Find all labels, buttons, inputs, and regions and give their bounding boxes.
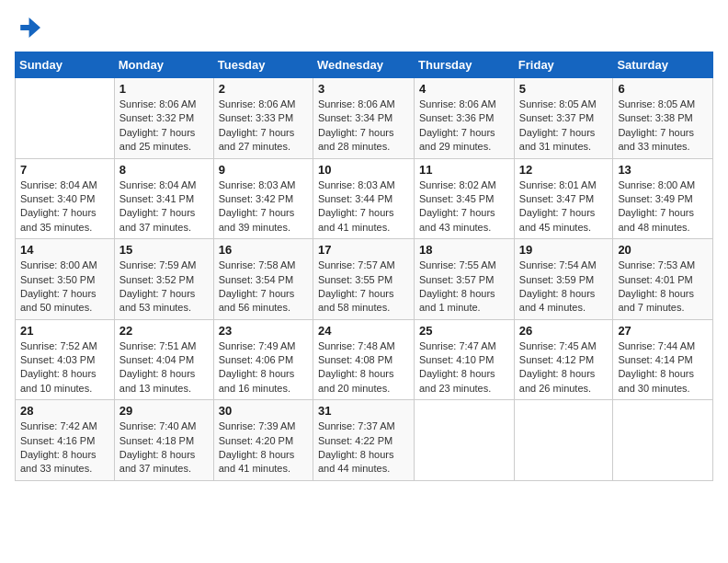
day-number: 2 bbox=[219, 82, 308, 96]
column-header-saturday: Saturday bbox=[613, 52, 713, 78]
day-number: 18 bbox=[419, 243, 509, 257]
day-number: 24 bbox=[318, 324, 409, 338]
day-number: 13 bbox=[618, 163, 708, 177]
day-number: 23 bbox=[219, 324, 308, 338]
day-number: 25 bbox=[419, 324, 509, 338]
column-header-tuesday: Tuesday bbox=[213, 52, 313, 78]
day-detail: Sunrise: 7:49 AM Sunset: 4:06 PM Dayligh… bbox=[219, 339, 308, 396]
day-detail: Sunrise: 8:06 AM Sunset: 3:32 PM Dayligh… bbox=[119, 98, 209, 155]
day-cell: 16Sunrise: 7:58 AM Sunset: 3:54 PM Dayli… bbox=[213, 239, 313, 320]
day-number: 1 bbox=[119, 82, 209, 96]
day-detail: Sunrise: 8:06 AM Sunset: 3:36 PM Dayligh… bbox=[419, 98, 509, 155]
day-cell: 9Sunrise: 8:03 AM Sunset: 3:42 PM Daylig… bbox=[213, 158, 313, 239]
day-detail: Sunrise: 7:52 AM Sunset: 4:03 PM Dayligh… bbox=[20, 339, 109, 396]
day-cell: 4Sunrise: 8:06 AM Sunset: 3:36 PM Daylig… bbox=[415, 78, 515, 159]
day-number: 14 bbox=[20, 243, 109, 257]
day-detail: Sunrise: 7:58 AM Sunset: 3:54 PM Dayligh… bbox=[219, 259, 308, 316]
day-cell bbox=[16, 78, 115, 159]
day-cell: 13Sunrise: 8:00 AM Sunset: 3:49 PM Dayli… bbox=[613, 158, 713, 239]
day-cell: 5Sunrise: 8:05 AM Sunset: 3:37 PM Daylig… bbox=[514, 78, 613, 159]
day-cell: 1Sunrise: 8:06 AM Sunset: 3:32 PM Daylig… bbox=[114, 78, 213, 159]
day-cell: 12Sunrise: 8:01 AM Sunset: 3:47 PM Dayli… bbox=[514, 158, 613, 239]
day-detail: Sunrise: 8:04 AM Sunset: 3:41 PM Dayligh… bbox=[119, 178, 209, 236]
day-detail: Sunrise: 8:01 AM Sunset: 3:47 PM Dayligh… bbox=[519, 178, 609, 236]
day-cell: 18Sunrise: 7:55 AM Sunset: 3:57 PM Dayli… bbox=[415, 239, 515, 320]
day-cell: 17Sunrise: 7:57 AM Sunset: 3:55 PM Dayli… bbox=[313, 239, 414, 320]
day-cell: 10Sunrise: 8:03 AM Sunset: 3:44 PM Dayli… bbox=[313, 158, 414, 239]
day-number: 17 bbox=[318, 243, 409, 257]
day-number: 7 bbox=[20, 163, 109, 177]
day-detail: Sunrise: 7:40 AM Sunset: 4:18 PM Dayligh… bbox=[119, 419, 209, 477]
week-row-5: 28Sunrise: 7:42 AM Sunset: 4:16 PM Dayli… bbox=[16, 400, 713, 481]
day-detail: Sunrise: 8:04 AM Sunset: 3:40 PM Dayligh… bbox=[20, 178, 109, 236]
day-detail: Sunrise: 8:02 AM Sunset: 3:45 PM Dayligh… bbox=[419, 178, 509, 236]
day-detail: Sunrise: 7:54 AM Sunset: 3:59 PM Dayligh… bbox=[519, 259, 609, 316]
day-detail: Sunrise: 7:39 AM Sunset: 4:20 PM Dayligh… bbox=[219, 419, 308, 477]
day-cell: 6Sunrise: 8:05 AM Sunset: 3:38 PM Daylig… bbox=[613, 78, 713, 159]
day-detail: Sunrise: 8:05 AM Sunset: 3:38 PM Dayligh… bbox=[618, 98, 708, 155]
day-number: 19 bbox=[519, 243, 609, 257]
column-header-sunday: Sunday bbox=[16, 52, 115, 78]
day-cell: 25Sunrise: 7:47 AM Sunset: 4:10 PM Dayli… bbox=[415, 319, 515, 400]
day-cell: 24Sunrise: 7:48 AM Sunset: 4:08 PM Dayli… bbox=[313, 319, 414, 400]
day-cell: 8Sunrise: 8:04 AM Sunset: 3:41 PM Daylig… bbox=[114, 158, 213, 239]
day-number: 3 bbox=[318, 82, 409, 96]
day-number: 31 bbox=[318, 404, 409, 418]
day-detail: Sunrise: 8:03 AM Sunset: 3:44 PM Dayligh… bbox=[318, 178, 409, 236]
page-header bbox=[15, 15, 713, 40]
day-number: 26 bbox=[519, 324, 609, 338]
day-detail: Sunrise: 7:53 AM Sunset: 4:01 PM Dayligh… bbox=[618, 259, 708, 316]
day-number: 11 bbox=[419, 163, 509, 177]
day-detail: Sunrise: 8:00 AM Sunset: 3:50 PM Dayligh… bbox=[20, 259, 109, 316]
calendar-header-row: SundayMondayTuesdayWednesdayThursdayFrid… bbox=[16, 52, 713, 78]
day-cell: 29Sunrise: 7:40 AM Sunset: 4:18 PM Dayli… bbox=[114, 400, 213, 481]
day-number: 4 bbox=[419, 82, 509, 96]
day-number: 22 bbox=[119, 324, 209, 338]
day-number: 9 bbox=[219, 163, 308, 177]
day-cell: 15Sunrise: 7:59 AM Sunset: 3:52 PM Dayli… bbox=[114, 239, 213, 320]
day-cell: 21Sunrise: 7:52 AM Sunset: 4:03 PM Dayli… bbox=[16, 319, 115, 400]
day-detail: Sunrise: 8:00 AM Sunset: 3:49 PM Dayligh… bbox=[618, 178, 708, 236]
day-cell: 22Sunrise: 7:51 AM Sunset: 4:04 PM Dayli… bbox=[114, 319, 213, 400]
day-number: 5 bbox=[519, 82, 609, 96]
day-detail: Sunrise: 8:03 AM Sunset: 3:42 PM Dayligh… bbox=[219, 178, 308, 236]
logo bbox=[15, 15, 42, 40]
day-cell: 7Sunrise: 8:04 AM Sunset: 3:40 PM Daylig… bbox=[16, 158, 115, 239]
day-cell: 11Sunrise: 8:02 AM Sunset: 3:45 PM Dayli… bbox=[415, 158, 515, 239]
day-cell: 31Sunrise: 7:37 AM Sunset: 4:22 PM Dayli… bbox=[313, 400, 414, 481]
day-number: 29 bbox=[119, 404, 209, 418]
day-cell: 28Sunrise: 7:42 AM Sunset: 4:16 PM Dayli… bbox=[16, 400, 115, 481]
day-number: 6 bbox=[618, 82, 708, 96]
column-header-thursday: Thursday bbox=[415, 52, 515, 78]
day-number: 15 bbox=[119, 243, 209, 257]
week-row-1: 1Sunrise: 8:06 AM Sunset: 3:32 PM Daylig… bbox=[16, 78, 713, 159]
day-detail: Sunrise: 7:44 AM Sunset: 4:14 PM Dayligh… bbox=[618, 339, 708, 396]
day-cell: 23Sunrise: 7:49 AM Sunset: 4:06 PM Dayli… bbox=[213, 319, 313, 400]
day-cell: 3Sunrise: 8:06 AM Sunset: 3:34 PM Daylig… bbox=[313, 78, 414, 159]
day-detail: Sunrise: 7:51 AM Sunset: 4:04 PM Dayligh… bbox=[119, 339, 209, 396]
day-detail: Sunrise: 7:48 AM Sunset: 4:08 PM Dayligh… bbox=[318, 339, 409, 396]
day-cell: 26Sunrise: 7:45 AM Sunset: 4:12 PM Dayli… bbox=[514, 319, 613, 400]
calendar-table: SundayMondayTuesdayWednesdayThursdayFrid… bbox=[15, 52, 713, 481]
column-header-monday: Monday bbox=[114, 52, 213, 78]
day-number: 28 bbox=[20, 404, 109, 418]
day-detail: Sunrise: 7:42 AM Sunset: 4:16 PM Dayligh… bbox=[20, 419, 109, 477]
day-cell bbox=[415, 400, 515, 481]
day-cell: 27Sunrise: 7:44 AM Sunset: 4:14 PM Dayli… bbox=[613, 319, 713, 400]
day-number: 12 bbox=[519, 163, 609, 177]
week-row-3: 14Sunrise: 8:00 AM Sunset: 3:50 PM Dayli… bbox=[16, 239, 713, 320]
day-cell bbox=[514, 400, 613, 481]
day-detail: Sunrise: 7:45 AM Sunset: 4:12 PM Dayligh… bbox=[519, 339, 609, 396]
day-cell: 30Sunrise: 7:39 AM Sunset: 4:20 PM Dayli… bbox=[213, 400, 313, 481]
day-number: 27 bbox=[618, 324, 708, 338]
week-row-2: 7Sunrise: 8:04 AM Sunset: 3:40 PM Daylig… bbox=[16, 158, 713, 239]
day-cell: 19Sunrise: 7:54 AM Sunset: 3:59 PM Dayli… bbox=[514, 239, 613, 320]
day-cell: 2Sunrise: 8:06 AM Sunset: 3:33 PM Daylig… bbox=[213, 78, 313, 159]
day-number: 16 bbox=[219, 243, 308, 257]
day-detail: Sunrise: 7:37 AM Sunset: 4:22 PM Dayligh… bbox=[318, 419, 409, 477]
day-detail: Sunrise: 7:59 AM Sunset: 3:52 PM Dayligh… bbox=[119, 259, 209, 316]
day-detail: Sunrise: 8:05 AM Sunset: 3:37 PM Dayligh… bbox=[519, 98, 609, 155]
day-number: 30 bbox=[219, 404, 308, 418]
day-detail: Sunrise: 8:06 AM Sunset: 3:34 PM Dayligh… bbox=[318, 98, 409, 155]
day-cell: 14Sunrise: 8:00 AM Sunset: 3:50 PM Dayli… bbox=[16, 239, 115, 320]
